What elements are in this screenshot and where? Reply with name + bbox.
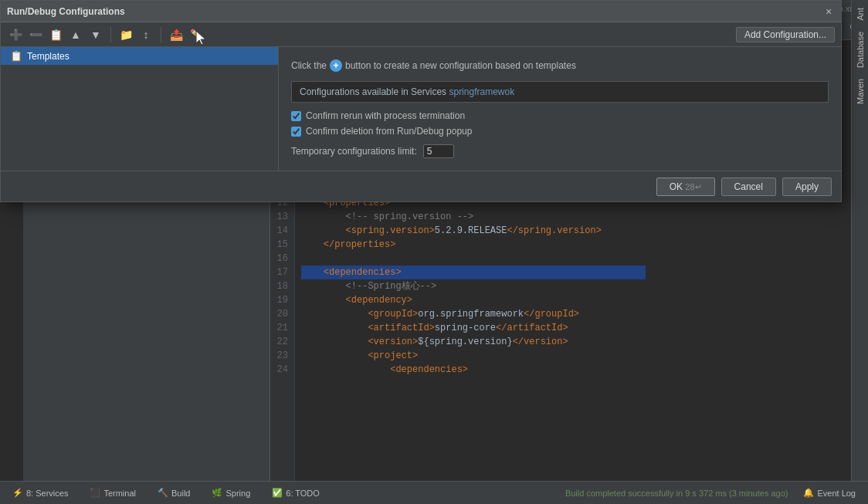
spring-icon: 🌿	[212, 488, 222, 498]
checkbox-deletion-label: Confirm deletion from Run/Debug popup	[306, 126, 472, 137]
right-sidebar: Ant Database Maven	[851, 0, 868, 481]
terminal-icon: ⬛	[90, 488, 100, 498]
temp-config-input[interactable]	[423, 144, 454, 158]
code-line-24: <dependencies>	[301, 363, 646, 377]
services-icon: ⚡	[12, 488, 23, 498]
checkbox-deletion[interactable]	[291, 127, 301, 137]
code-line-21: <artifactId>spring-core</artifactId>	[301, 321, 646, 335]
right-tab-ant[interactable]: Ant	[854, 3, 866, 25]
checkbox-deletion-row: Confirm deletion from Run/Debug popup	[291, 126, 829, 137]
code-line-14: <spring.version>5.2.9.RELEASE</spring.ve…	[301, 224, 646, 238]
code-line-22: <version>${spring.version}</version>	[301, 335, 646, 349]
apply-btn[interactable]: Apply	[782, 178, 832, 196]
dialog-left-panel: 📋 Templates	[1, 47, 279, 171]
right-tab-maven[interactable]: Maven	[854, 74, 866, 109]
dialog-remove-icon[interactable]: ➖	[27, 26, 44, 43]
dialog-title: Run/Debug Configurations	[7, 6, 125, 17]
ok-btn[interactable]: OK 28↵	[656, 178, 715, 196]
build-icon: 🔨	[158, 488, 168, 498]
code-line-20: <groupId>org.springframework</groupId>	[301, 307, 646, 321]
ok-shortcut: 28↵	[685, 182, 701, 191]
services-banner-text: Configurations available in Services	[300, 86, 446, 97]
ok-label: OK	[670, 181, 683, 192]
dialog-titlebar: Run/Debug Configurations ×	[1, 1, 841, 22]
hint-text-before: Click the	[291, 60, 327, 71]
event-log-icon: 🔔	[803, 488, 814, 498]
temp-config-row: Temporary configurations limit:	[291, 144, 829, 158]
dialog-move-up-icon[interactable]: ▲	[67, 26, 84, 43]
plus-icon: +	[330, 59, 342, 72]
code-line-17: <dependencies>	[301, 266, 646, 279]
templates-icon: 📋	[10, 50, 22, 62]
bottom-tab-terminal[interactable]: ⬛ Terminal	[83, 485, 142, 501]
dialog-group-icon[interactable]: 📁	[117, 26, 134, 43]
code-line-13: <!-- spring.version -->	[301, 210, 646, 224]
toolbar-separator-2	[161, 27, 161, 42]
code-line-16	[301, 252, 646, 266]
checkbox-rerun-label: Confirm rerun with process termination	[306, 110, 465, 121]
dialog-tree-templates[interactable]: 📋 Templates	[1, 47, 278, 65]
dialog-body: 📋 Templates Click the + button to create…	[1, 47, 841, 171]
bottom-services-label: 8: Services	[26, 489, 68, 498]
dialog-sort-icon[interactable]: ↕	[137, 26, 154, 43]
bottom-build-label: Build	[171, 489, 190, 498]
dialog-add-icon[interactable]: ➕	[7, 26, 24, 43]
bottom-tab-spring[interactable]: 🌿 Spring	[205, 485, 256, 501]
dialog-footer: OK 28↵ Cancel Apply	[1, 171, 841, 201]
run-debug-dialog: Run/Debug Configurations × ➕ ➖ 📋 ▲ ▼ 📁 ↕…	[0, 0, 842, 202]
bottom-tab-todo[interactable]: ✅ 6: TODO	[266, 485, 326, 501]
code-line-23: <project>	[301, 349, 646, 363]
bottom-terminal-label: Terminal	[103, 489, 136, 498]
bottom-bar: ⚡ 8: Services ⬛ Terminal 🔨 Build 🌿 Sprin…	[0, 481, 868, 504]
code-line-19: <dependency>	[301, 293, 646, 307]
dialog-toolbar: ➕ ➖ 📋 ▲ ▼ 📁 ↕ 📤 ✏️ Add Configuration...	[1, 22, 841, 47]
dialog-share-icon[interactable]: 📤	[168, 26, 185, 43]
checkbox-rerun[interactable]	[291, 111, 301, 121]
dialog-tree-templates-label: Templates	[27, 51, 70, 62]
build-status: Build completed successfully in 9 s 372 …	[565, 489, 788, 498]
bottom-spring-label: Spring	[225, 489, 250, 498]
dialog-move-down-icon[interactable]: ▼	[87, 26, 104, 43]
hint-text-after: button to create a new configuration bas…	[345, 60, 576, 71]
checkbox-rerun-row: Confirm rerun with process termination	[291, 110, 829, 121]
event-log-label: Event Log	[817, 489, 856, 498]
toolbar-separator	[110, 27, 111, 42]
bottom-todo-label: 6: TODO	[286, 489, 320, 498]
services-banner-link[interactable]: springframewok	[449, 86, 514, 97]
bottom-tab-services[interactable]: ⚡ 8: Services	[6, 485, 74, 501]
cancel-btn[interactable]: Cancel	[721, 178, 776, 196]
todo-icon: ✅	[272, 488, 283, 498]
services-banner: Configurations available in Services spr…	[291, 81, 829, 103]
code-line-18: <!--Spring核心-->	[301, 279, 646, 293]
bottom-event-log[interactable]: 🔔 Event Log	[797, 485, 862, 501]
dialog-copy-icon[interactable]: 📋	[47, 26, 64, 43]
dialog-right-panel: Click the + button to create a new confi…	[279, 47, 841, 171]
dialog-close-btn[interactable]: ×	[822, 5, 835, 18]
temp-config-label: Temporary configurations limit:	[291, 146, 417, 157]
dialog-edit-icon[interactable]: ✏️	[188, 26, 205, 43]
code-line-15: </properties>	[301, 238, 646, 252]
add-configuration-main-btn[interactable]: Add Configuration...	[736, 27, 835, 42]
bottom-tab-build[interactable]: 🔨 Build	[151, 485, 196, 501]
hint-container: Click the + button to create a new confi…	[291, 59, 829, 72]
right-tab-database[interactable]: Database	[854, 27, 866, 73]
